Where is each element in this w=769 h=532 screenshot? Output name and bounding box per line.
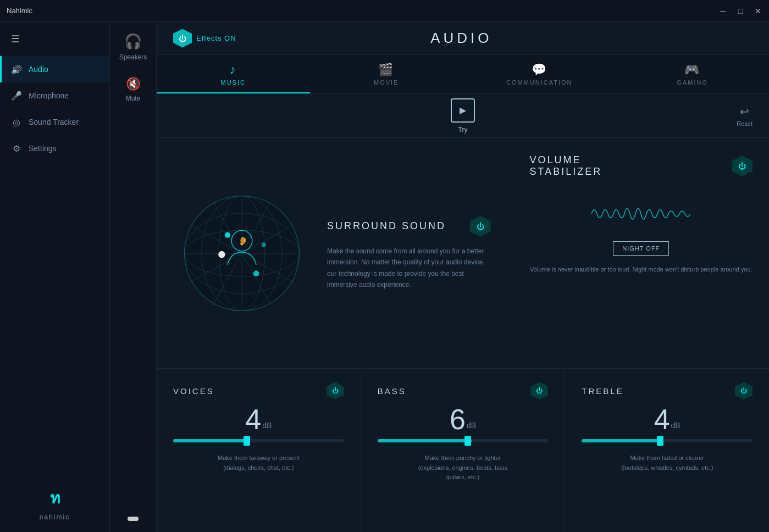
waveform-svg — [591, 200, 690, 228]
svg-point-16 — [218, 251, 225, 258]
slider-title-bass: BASS — [378, 386, 406, 396]
slider-number-voices: 4 — [245, 405, 261, 434]
slider-fill-bass — [378, 439, 472, 442]
svg-point-15 — [253, 270, 259, 276]
volume-knob[interactable] — [128, 517, 139, 521]
slider-title-treble: TREBLE — [582, 386, 623, 396]
speakers-label: Speakers — [119, 53, 147, 61]
sound-tracker-icon: ◎ — [11, 117, 22, 128]
tab-movie[interactable]: 🎬 MOVIE — [310, 55, 463, 93]
slider-track-container-bass[interactable] — [378, 434, 549, 448]
slider-number-bass: 6 — [450, 405, 466, 434]
sidebar-item-microphone[interactable]: 🎤 Microphone — [0, 82, 109, 109]
slider-thumb-treble[interactable] — [657, 436, 663, 446]
slider-power-bass[interactable]: ⏻ — [530, 382, 548, 400]
speakers-divider — [119, 69, 147, 69]
slider-track-container-treble[interactable] — [582, 434, 753, 448]
stabilizer-wave — [530, 197, 753, 230]
tab-communication[interactable]: 💬 COMMUNICATION — [463, 55, 616, 93]
tabs-bar: ♪ MUSIC 🎬 MOVIE 💬 COMMUNICATION 🎮 GAMING — [157, 55, 769, 94]
slider-title-voices: VOICES — [173, 386, 214, 396]
sidebar-label-settings: Settings — [29, 144, 57, 153]
slider-fill-voices — [173, 439, 250, 442]
surround-info: SURROUND SOUND ⏻ Make the sound come fro… — [327, 216, 491, 291]
reset-icon: ↩ — [740, 105, 749, 118]
settings-icon: ⚙ — [11, 143, 22, 154]
top-section: 👂 SURROUND SOUND ⏻ — [157, 138, 769, 369]
slider-header-treble: TREBLE ⏻ — [582, 382, 753, 400]
slider-unit-bass: dB — [467, 422, 476, 429]
slider-track-container-voices[interactable] — [173, 434, 344, 448]
slider-track-bass[interactable] — [378, 439, 549, 442]
slider-desc-bass: Make them punchy or lighter(explosions, … — [418, 453, 508, 483]
gaming-tab-icon: 🎮 — [684, 63, 700, 77]
logo-text: nahimic — [40, 513, 70, 521]
gaming-tab-label: GAMING — [677, 79, 708, 86]
main-header: ⏻ Effects ON AUDIO — [157, 22, 769, 55]
volume-stabilizer-section: VOLUMESTABILIZER ⏻ NIGHT OFF Volume is n… — [513, 138, 769, 368]
slider-value-treble: 4 dB — [654, 405, 681, 434]
try-button[interactable]: ▶ Try — [451, 98, 475, 134]
titlebar-left: Nahimic — [7, 7, 32, 15]
surround-section: 👂 SURROUND SOUND ⏻ — [157, 138, 513, 368]
night-off-button[interactable]: NIGHT OFF — [613, 241, 669, 256]
surround-title: SURROUND SOUND — [327, 220, 446, 232]
sidebar-item-settings[interactable]: ⚙ Settings — [0, 135, 109, 162]
speakers-mute-icon: 🔇 — [126, 77, 141, 91]
slider-header-bass: BASS ⏻ — [378, 382, 549, 400]
tab-music[interactable]: ♪ MUSIC — [157, 55, 310, 93]
sphere-visualization: 👂 — [179, 190, 305, 317]
slider-power-treble[interactable]: ⏻ — [735, 382, 753, 400]
sidebar-item-audio[interactable]: 🔊 Audio — [0, 56, 109, 82]
reset-button[interactable]: ↩ Reset — [737, 105, 753, 127]
try-label: Try — [458, 126, 468, 134]
slider-unit-treble: dB — [671, 422, 681, 429]
communication-tab-label: COMMUNICATION — [506, 79, 573, 86]
logo-symbol: ท — [50, 486, 60, 510]
speakers-panel: 🎧 Speakers 🔇 Mute — [110, 22, 157, 532]
microphone-icon: 🎤 — [11, 90, 22, 101]
bottom-section: VOICES ⏻ 4 dB Make them faraway or prese… — [157, 369, 769, 532]
slider-thumb-voices[interactable] — [244, 436, 250, 446]
stabilizer-power-button[interactable]: ⏻ — [732, 156, 753, 176]
slider-desc-treble: Make them faded or clearer(footsteps, wh… — [621, 453, 713, 473]
titlebar: Nahimic ─ □ ✕ — [0, 0, 769, 22]
sidebar: ☰ 🔊 Audio 🎤 Microphone ◎ Sound Tracker ⚙… — [0, 22, 110, 532]
slider-value-bass: 6 dB — [450, 405, 476, 434]
communication-tab-icon: 💬 — [532, 63, 547, 77]
hamburger-menu[interactable]: ☰ — [0, 27, 109, 56]
slider-panel-voices: VOICES ⏻ 4 dB Make them faraway or prese… — [157, 369, 361, 532]
slider-track-treble[interactable] — [582, 439, 753, 442]
music-tab-icon: ♪ — [230, 63, 237, 77]
tab-gaming[interactable]: 🎮 GAMING — [616, 55, 770, 93]
content-area: ▶ Try ↩ Reset — [157, 94, 769, 532]
minimize-button[interactable]: ─ — [718, 7, 727, 15]
sidebar-item-sound-tracker[interactable]: ◎ Sound Tracker — [0, 109, 109, 135]
movie-tab-icon: 🎬 — [378, 63, 394, 77]
sidebar-label-sound-tracker: Sound Tracker — [29, 118, 79, 126]
slider-panel-bass: BASS ⏻ 6 dB Make them punchy or lighter(… — [361, 369, 566, 532]
slider-desc-voices: Make them faraway or present(dialogs, ch… — [218, 453, 300, 473]
surround-title-row: SURROUND SOUND ⏻ — [327, 216, 491, 237]
close-button[interactable]: ✕ — [754, 7, 762, 15]
app-body: ☰ 🔊 Audio 🎤 Microphone ◎ Sound Tracker ⚙… — [0, 22, 769, 532]
slider-value-voices: 4 dB — [245, 405, 272, 434]
effects-hex-icon: ⏻ — [173, 29, 192, 48]
stabilizer-title: VOLUMESTABILIZER — [530, 154, 602, 178]
maximize-button[interactable]: □ — [736, 7, 745, 15]
slider-fill-treble — [582, 439, 663, 442]
sidebar-logo: ท nahimic — [0, 475, 109, 532]
titlebar-controls: ─ □ ✕ — [718, 7, 762, 15]
slider-power-voices[interactable]: ⏻ — [327, 382, 344, 400]
svg-text:👂: 👂 — [238, 236, 248, 246]
slider-unit-voices: dB — [262, 422, 272, 429]
app-name: Nahimic — [7, 7, 32, 15]
effects-on-button[interactable]: ⏻ Effects ON — [173, 29, 236, 48]
slider-track-voices[interactable] — [173, 439, 344, 442]
sidebar-nav: 🔊 Audio 🎤 Microphone ◎ Sound Tracker ⚙ S… — [0, 56, 109, 475]
surround-power-button[interactable]: ⏻ — [470, 216, 491, 237]
slider-number-treble: 4 — [654, 405, 670, 434]
svg-point-13 — [225, 232, 230, 237]
slider-thumb-bass[interactable] — [464, 436, 471, 446]
sidebar-label-microphone: Microphone — [29, 91, 69, 100]
